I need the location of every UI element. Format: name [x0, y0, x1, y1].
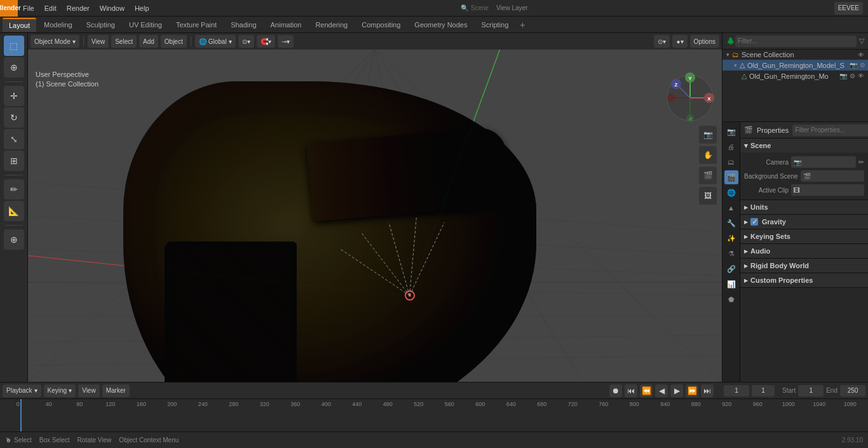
tool-scale[interactable]: ⤡	[4, 129, 24, 149]
transform-selector[interactable]: 🌐 Global ▾	[195, 35, 236, 48]
tree-arrow-1[interactable]: ▾	[726, 51, 729, 58]
next-keyframe-btn[interactable]: ⏩	[686, 384, 698, 397]
rigid-body-header[interactable]: ▸ Rigid Body World	[740, 259, 868, 273]
tree-arrow-2[interactable]: ▾	[734, 62, 737, 69]
outliner-item-gun-mesh[interactable]: △ Old_Gun_Remington_Mo 📷 ⚙ 👁	[722, 71, 868, 81]
tool-transform[interactable]: ⊞	[4, 151, 24, 171]
render-restrict-icon[interactable]: ⚙	[860, 62, 865, 69]
prop-icon-constraints[interactable]: 🔗	[724, 262, 738, 276]
menu-render[interactable]: Render	[62, 0, 95, 16]
scene-section-header[interactable]: ▾ Scene	[740, 139, 868, 153]
tab-uv-editing[interactable]: UV Editing	[123, 18, 168, 32]
viewport-canvas[interactable]: User Perspective (1) Scene Collection	[28, 50, 722, 382]
viewport-3d[interactable]: Object Mode ▾ View Select Add Object 🌐 G…	[28, 33, 722, 382]
tab-geometry-nodes[interactable]: Geometry Nodes	[408, 18, 473, 32]
prop-icon-particles[interactable]: ✨	[724, 231, 738, 245]
prop-icon-world[interactable]: 🌐	[724, 186, 738, 200]
camera-eyedropper[interactable]: ✏	[858, 158, 864, 166]
timeline-playback-btn[interactable]: Playback ▾	[3, 384, 41, 397]
gravity-checkbox[interactable]: ✓	[750, 218, 758, 226]
mode-selector[interactable]: Object Mode ▾	[31, 35, 79, 48]
object-menu[interactable]: Object	[161, 35, 187, 48]
tool-rotate[interactable]: ↻	[4, 107, 24, 128]
camera-icon[interactable]: 📷	[699, 126, 717, 144]
tab-texture-paint[interactable]: Texture Paint	[170, 18, 223, 32]
view-menu[interactable]: View	[88, 35, 109, 48]
navigation-gizmo[interactable]: Y -Y X Z	[665, 72, 715, 123]
add-menu[interactable]: Add	[139, 35, 158, 48]
outliner-item-gun-model[interactable]: ▾ △ Old_Gun_Remington_Model_S 📷 ⚙ 👁	[722, 60, 868, 71]
menu-help[interactable]: Help	[130, 0, 154, 16]
tool-move[interactable]: ✛	[4, 86, 24, 106]
camera-restrict-icon-2[interactable]: 📷	[839, 72, 847, 79]
camera-restrict-icon[interactable]: 📷	[850, 62, 857, 69]
options-menu[interactable]: Options	[690, 35, 719, 48]
jump-start-btn[interactable]: ⏮	[625, 384, 637, 397]
visibility-icon-3[interactable]: 👁	[858, 72, 864, 79]
prop-icon-material[interactable]: ⬟	[724, 292, 738, 306]
end-frame-input[interactable]	[840, 385, 865, 397]
tab-shading[interactable]: Shading	[224, 18, 262, 32]
tool-cursor[interactable]: ⊕	[4, 57, 24, 78]
prop-icon-render[interactable]: 📷	[724, 125, 738, 139]
prop-icon-object[interactable]: ▲	[724, 201, 738, 215]
tab-compositing[interactable]: Compositing	[355, 18, 407, 32]
select-menu[interactable]: Select	[111, 35, 137, 48]
snap-toggle[interactable]: 🧲▾	[257, 35, 275, 48]
menu-file[interactable]: File	[18, 0, 39, 16]
prop-icon-view-layer[interactable]: 🗂	[724, 155, 738, 169]
visibility-icon[interactable]: 👁	[858, 51, 864, 58]
playhead[interactable]	[20, 399, 22, 431]
active-clip-field[interactable]: 🎞	[791, 184, 864, 196]
tool-annotate[interactable]: ✏	[4, 179, 24, 200]
keying-sets-header[interactable]: ▸ Keying Sets	[740, 229, 868, 243]
viewport-overlays[interactable]: ⊙▾	[654, 35, 670, 48]
prop-icon-output[interactable]: 🖨	[724, 140, 738, 154]
tab-rendering[interactable]: Rendering	[309, 18, 354, 32]
menu-edit[interactable]: Edit	[39, 0, 62, 16]
background-scene-field[interactable]: 🎬	[801, 170, 864, 182]
outliner-item-scene-collection[interactable]: ▾ 🗂 Scene Collection 👁	[722, 50, 868, 60]
prop-icon-scene[interactable]: 🎬	[724, 170, 738, 184]
add-workspace-tab[interactable]: +	[516, 18, 529, 31]
play-reverse-btn[interactable]: ◀	[655, 384, 668, 397]
pivot-selector[interactable]: ⊙▾	[238, 35, 254, 48]
menu-window[interactable]: Window	[95, 0, 130, 16]
units-header[interactable]: ▸ Units	[740, 200, 868, 214]
prev-keyframe-btn[interactable]: ⏪	[640, 384, 653, 397]
prop-icon-modifier[interactable]: 🔧	[724, 216, 738, 230]
play-btn[interactable]: ▶	[670, 384, 683, 397]
camera-field[interactable]: 📷	[791, 156, 856, 168]
prop-icon-data[interactable]: 📊	[724, 277, 738, 291]
tab-scripting[interactable]: Scripting	[475, 18, 515, 32]
tab-sculpting[interactable]: Sculpting	[80, 18, 121, 32]
engine-selector[interactable]: EEVEE	[834, 2, 863, 15]
timeline-marker-btn[interactable]: Marker	[102, 384, 130, 397]
proportional-edit[interactable]: ⊸▾	[278, 35, 294, 48]
timeline-view-btn[interactable]: View	[78, 384, 100, 397]
current-frame-input[interactable]	[724, 385, 749, 397]
jump-end-btn[interactable]: ⏭	[701, 384, 714, 397]
tab-animation[interactable]: Animation	[264, 18, 308, 32]
camera2-icon[interactable]: 🎬	[699, 166, 717, 184]
record-btn[interactable]: ⏺	[609, 384, 622, 397]
start-frame-input[interactable]	[798, 385, 824, 397]
tool-measure[interactable]: 📐	[4, 201, 24, 221]
tool-select[interactable]: ⬚	[4, 36, 24, 56]
hand-icon[interactable]: ✋	[699, 146, 717, 164]
render-preview-icon[interactable]: 🖼	[699, 187, 717, 205]
timeline-ruler[interactable]: 0 40 80 120 160 200 240 280 320 360 400 …	[0, 399, 868, 431]
timeline-keying-btn[interactable]: Keying ▾	[44, 384, 76, 397]
outliner-search-input[interactable]	[735, 36, 857, 47]
tab-modeling[interactable]: Modeling	[37, 18, 79, 32]
outliner-filter-icon[interactable]: ▽	[859, 37, 864, 45]
audio-header[interactable]: ▸ Audio	[740, 244, 868, 258]
prop-icon-physics[interactable]: ⚗	[724, 247, 738, 261]
tool-add[interactable]: ⊕	[4, 229, 24, 250]
custom-props-header[interactable]: ▸ Custom Properties	[740, 273, 868, 287]
render-restrict-icon-2[interactable]: ⚙	[850, 72, 855, 79]
properties-search-input[interactable]	[792, 125, 868, 136]
tab-layout[interactable]: Layout	[3, 18, 36, 32]
gravity-header[interactable]: ▸ ✓ Gravity	[740, 215, 868, 229]
viewport-shading[interactable]: ●▾	[672, 35, 687, 48]
